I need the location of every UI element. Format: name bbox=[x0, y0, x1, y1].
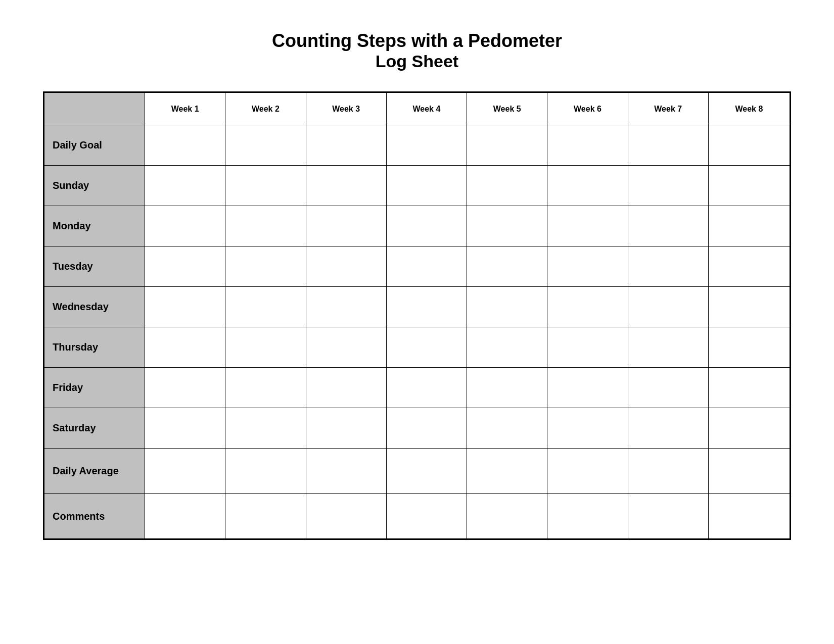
wednesday-week5[interactable] bbox=[467, 287, 547, 327]
title-line1: Counting Steps with a Pedometer bbox=[272, 30, 562, 52]
saturday-week3[interactable] bbox=[306, 408, 386, 449]
daily-average-week1[interactable] bbox=[145, 449, 225, 494]
daily-average-week5[interactable] bbox=[467, 449, 547, 494]
thursday-label: Thursday bbox=[44, 327, 145, 368]
saturday-week2[interactable] bbox=[225, 408, 306, 449]
monday-week1[interactable] bbox=[145, 206, 225, 246]
saturday-row: Saturday bbox=[44, 408, 791, 449]
friday-week1[interactable] bbox=[145, 368, 225, 408]
monday-week8[interactable] bbox=[708, 206, 790, 246]
wednesday-week7[interactable] bbox=[628, 287, 708, 327]
thursday-row: Thursday bbox=[44, 327, 791, 368]
thursday-week4[interactable] bbox=[386, 327, 467, 368]
daily-goal-week6[interactable] bbox=[547, 125, 628, 166]
tuesday-week2[interactable] bbox=[225, 246, 306, 287]
tuesday-label: Tuesday bbox=[44, 246, 145, 287]
tuesday-week1[interactable] bbox=[145, 246, 225, 287]
friday-week2[interactable] bbox=[225, 368, 306, 408]
comments-week3[interactable] bbox=[306, 494, 386, 539]
week-header-4: Week 4 bbox=[386, 92, 467, 125]
monday-week7[interactable] bbox=[628, 206, 708, 246]
friday-week5[interactable] bbox=[467, 368, 547, 408]
daily-average-week3[interactable] bbox=[306, 449, 386, 494]
thursday-week2[interactable] bbox=[225, 327, 306, 368]
daily-goal-week8[interactable] bbox=[708, 125, 790, 166]
saturday-week5[interactable] bbox=[467, 408, 547, 449]
friday-week8[interactable] bbox=[708, 368, 790, 408]
daily-average-week4[interactable] bbox=[386, 449, 467, 494]
wednesday-label: Wednesday bbox=[44, 287, 145, 327]
week-header-3: Week 3 bbox=[306, 92, 386, 125]
title-line2: Log Sheet bbox=[272, 52, 562, 71]
thursday-week8[interactable] bbox=[708, 327, 790, 368]
wednesday-week6[interactable] bbox=[547, 287, 628, 327]
daily-average-label: Daily Average bbox=[44, 449, 145, 494]
sunday-week2[interactable] bbox=[225, 166, 306, 206]
thursday-week3[interactable] bbox=[306, 327, 386, 368]
daily-goal-week3[interactable] bbox=[306, 125, 386, 166]
daily-average-week7[interactable] bbox=[628, 449, 708, 494]
tuesday-week4[interactable] bbox=[386, 246, 467, 287]
sunday-week7[interactable] bbox=[628, 166, 708, 206]
tuesday-week8[interactable] bbox=[708, 246, 790, 287]
wednesday-week1[interactable] bbox=[145, 287, 225, 327]
wednesday-week4[interactable] bbox=[386, 287, 467, 327]
daily-goal-week7[interactable] bbox=[628, 125, 708, 166]
saturday-week7[interactable] bbox=[628, 408, 708, 449]
week-header-7: Week 7 bbox=[628, 92, 708, 125]
wednesday-week3[interactable] bbox=[306, 287, 386, 327]
monday-week5[interactable] bbox=[467, 206, 547, 246]
saturday-week8[interactable] bbox=[708, 408, 790, 449]
tuesday-week5[interactable] bbox=[467, 246, 547, 287]
friday-row: Friday bbox=[44, 368, 791, 408]
monday-week3[interactable] bbox=[306, 206, 386, 246]
monday-week2[interactable] bbox=[225, 206, 306, 246]
saturday-week6[interactable] bbox=[547, 408, 628, 449]
daily-goal-week2[interactable] bbox=[225, 125, 306, 166]
comments-week5[interactable] bbox=[467, 494, 547, 539]
thursday-week6[interactable] bbox=[547, 327, 628, 368]
wednesday-week8[interactable] bbox=[708, 287, 790, 327]
daily-goal-week5[interactable] bbox=[467, 125, 547, 166]
week-header-2: Week 2 bbox=[225, 92, 306, 125]
friday-week4[interactable] bbox=[386, 368, 467, 408]
monday-week4[interactable] bbox=[386, 206, 467, 246]
saturday-week1[interactable] bbox=[145, 408, 225, 449]
comments-week2[interactable] bbox=[225, 494, 306, 539]
daily-average-week6[interactable] bbox=[547, 449, 628, 494]
daily-goal-week1[interactable] bbox=[145, 125, 225, 166]
comments-week1[interactable] bbox=[145, 494, 225, 539]
sunday-week3[interactable] bbox=[306, 166, 386, 206]
saturday-week4[interactable] bbox=[386, 408, 467, 449]
tuesday-week7[interactable] bbox=[628, 246, 708, 287]
sunday-week8[interactable] bbox=[708, 166, 790, 206]
thursday-week1[interactable] bbox=[145, 327, 225, 368]
wednesday-week2[interactable] bbox=[225, 287, 306, 327]
tuesday-week3[interactable] bbox=[306, 246, 386, 287]
comments-week7[interactable] bbox=[628, 494, 708, 539]
corner-header bbox=[44, 92, 145, 125]
thursday-week7[interactable] bbox=[628, 327, 708, 368]
comments-week8[interactable] bbox=[708, 494, 790, 539]
monday-label: Monday bbox=[44, 206, 145, 246]
friday-week3[interactable] bbox=[306, 368, 386, 408]
page-title: Counting Steps with a Pedometer Log Shee… bbox=[272, 30, 562, 71]
daily-average-week8[interactable] bbox=[708, 449, 790, 494]
header-row: Week 1 Week 2 Week 3 Week 4 Week 5 Week … bbox=[44, 92, 791, 125]
comments-week4[interactable] bbox=[386, 494, 467, 539]
sunday-week4[interactable] bbox=[386, 166, 467, 206]
daily-goal-label: Daily Goal bbox=[44, 125, 145, 166]
daily-average-week2[interactable] bbox=[225, 449, 306, 494]
monday-week6[interactable] bbox=[547, 206, 628, 246]
friday-label: Friday bbox=[44, 368, 145, 408]
sunday-week1[interactable] bbox=[145, 166, 225, 206]
comments-week6[interactable] bbox=[547, 494, 628, 539]
tuesday-week6[interactable] bbox=[547, 246, 628, 287]
sunday-week6[interactable] bbox=[547, 166, 628, 206]
sunday-week5[interactable] bbox=[467, 166, 547, 206]
thursday-week5[interactable] bbox=[467, 327, 547, 368]
comments-row: Comments bbox=[44, 494, 791, 539]
daily-goal-week4[interactable] bbox=[386, 125, 467, 166]
friday-week7[interactable] bbox=[628, 368, 708, 408]
friday-week6[interactable] bbox=[547, 368, 628, 408]
